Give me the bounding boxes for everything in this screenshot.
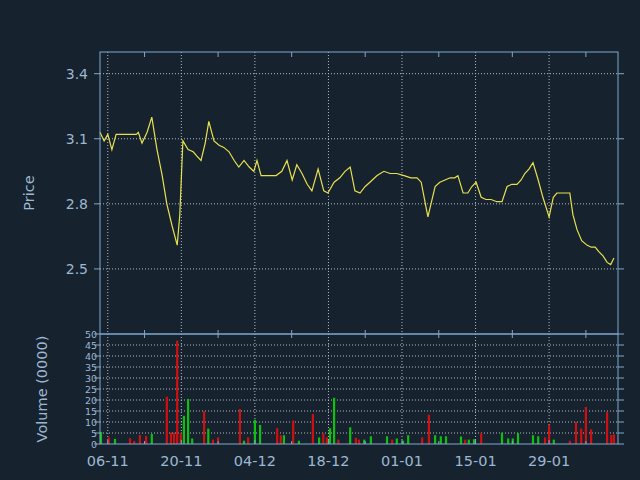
volume-bar [166, 397, 168, 444]
volume-bar [292, 421, 294, 445]
x-tick-label: 15-01 [454, 453, 496, 469]
volume-bar [440, 436, 442, 444]
volume-bar [358, 440, 360, 444]
volume-bar [544, 437, 546, 444]
volume-bar [329, 428, 331, 444]
volume-bar [283, 435, 285, 444]
volume-bar [407, 435, 409, 444]
volume-bar [337, 440, 339, 444]
volume-axis-label: Volume (0000) [34, 336, 50, 443]
volume-bar [139, 435, 141, 444]
volume-bar [151, 434, 153, 444]
volume-bar [170, 433, 172, 444]
volume-bar [468, 440, 470, 444]
volume-tick-label: 20 [85, 395, 97, 406]
volume-bar [391, 440, 393, 444]
volume-bar [173, 433, 175, 444]
volume-tick-label: 25 [85, 384, 97, 395]
volume-bar [191, 439, 193, 445]
x-tick-label: 06-11 [87, 453, 129, 469]
volume-bar [207, 429, 209, 444]
volume-bar [187, 399, 189, 444]
volume-bar [606, 412, 608, 444]
volume-tick-label: 30 [85, 373, 97, 384]
volume-bar [145, 436, 147, 444]
volume-tick-label: 0 [91, 439, 97, 450]
price-tick-label: 2.8 [66, 196, 88, 212]
volume-bar [183, 416, 185, 444]
volume-bar [370, 436, 372, 444]
x-tick-label: 29-01 [528, 453, 570, 469]
volume-bar [532, 435, 534, 444]
volume-bar [575, 422, 577, 444]
volume-bar [507, 439, 509, 445]
volume-bar [203, 411, 205, 444]
volume-bar [176, 341, 178, 444]
volume-bar [322, 433, 324, 444]
volume-tick-label: 50 [85, 329, 97, 340]
volume-bar [280, 435, 282, 444]
volume-tick-label: 15 [85, 406, 97, 417]
volume-bar [580, 429, 582, 444]
volume-tick-label: 10 [85, 417, 97, 428]
volume-tick-label: 45 [85, 340, 97, 351]
volume-bar [537, 436, 539, 444]
volume-bar [239, 409, 241, 444]
volume-bar [590, 429, 592, 444]
volume-bar [553, 440, 555, 444]
volume-bar [318, 437, 320, 444]
price-tick-label: 2.5 [66, 261, 88, 277]
x-tick-label: 18-12 [307, 453, 349, 469]
volume-bar [276, 428, 278, 444]
volume-bar [326, 437, 328, 444]
volume-bar [212, 440, 214, 444]
volume-bar [129, 438, 131, 444]
volume-bar [312, 414, 314, 444]
volume-bar [473, 439, 475, 444]
volume-bar [428, 415, 430, 444]
volume-bar [464, 440, 466, 444]
volume-bar [613, 435, 615, 445]
volume-bar [386, 436, 388, 444]
x-tick-label: 20-11 [160, 453, 202, 469]
x-tick-label: 01-01 [381, 453, 423, 469]
volume-tick-label: 5 [91, 428, 97, 439]
volume-bar [517, 433, 519, 444]
volume-bar [434, 435, 436, 444]
volume-bar [445, 436, 447, 444]
price-axis-label: Price [21, 175, 37, 210]
chart-window: RSSS - last updated 10/02/2026 2.52.83.1… [0, 0, 640, 480]
volume-tick-label: 40 [85, 351, 97, 362]
volume-bar [585, 407, 587, 444]
volume-bar [349, 427, 351, 444]
volume-bar [610, 435, 612, 444]
price-tick-label: 3.1 [66, 131, 88, 147]
stock-price-volume-chart: 2.52.83.13.40510152025303540455006-1120-… [0, 0, 640, 480]
volume-bar [480, 433, 482, 444]
volume-bar [355, 438, 357, 444]
volume-bar [333, 398, 335, 444]
volume-bar [247, 437, 249, 444]
volume-bar [460, 437, 462, 445]
volume-bar [259, 425, 261, 444]
volume-tick-label: 35 [85, 362, 97, 373]
volume-bar [421, 437, 423, 444]
volume-bar [501, 433, 503, 444]
volume-bar [114, 439, 116, 444]
price-tick-label: 3.4 [66, 66, 88, 82]
volume-bar [396, 439, 398, 445]
x-tick-label: 04-12 [234, 453, 276, 469]
